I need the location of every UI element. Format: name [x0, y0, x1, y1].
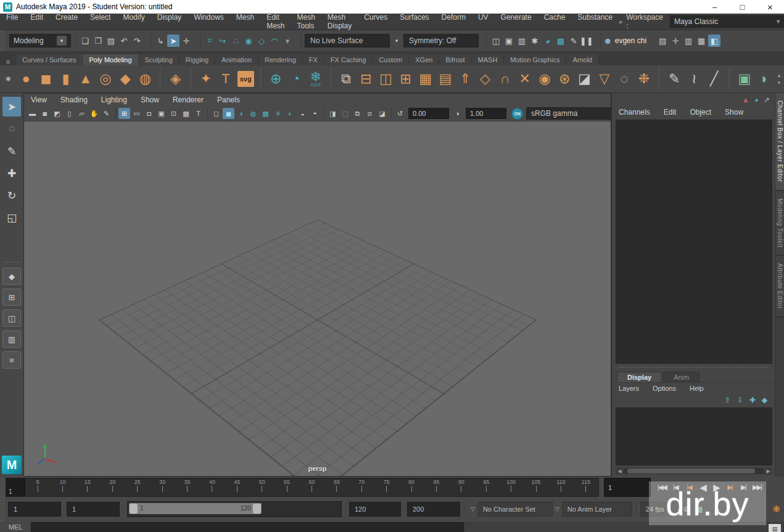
chevron-down-icon[interactable]: ▾: [390, 35, 403, 47]
shelf-tab[interactable]: FX: [303, 54, 324, 65]
save-scene-icon[interactable]: ▤: [105, 35, 117, 47]
smooth-icon[interactable]: ▦: [416, 68, 435, 90]
move-layer-down-icon[interactable]: ⇩: [737, 396, 743, 404]
camera-attributes-icon[interactable]: ◩: [51, 108, 63, 119]
tool-settings-toggle-icon[interactable]: ✛: [669, 35, 682, 47]
panel-menu-item[interactable]: Shading: [54, 96, 94, 104]
layout-persp-outliner-button[interactable]: ▥: [2, 330, 21, 348]
snap-to-curve-icon[interactable]: ↪: [217, 35, 229, 47]
minimize-button[interactable]: –: [701, 0, 728, 14]
channel-box-toggle-icon[interactable]: ▦: [695, 35, 708, 47]
color-management-toggle[interactable]: ON: [511, 108, 523, 120]
channel-box-menu-item[interactable]: Show: [718, 108, 750, 117]
attribute-editor-toggle-icon[interactable]: ▥: [682, 35, 695, 47]
circularize-icon[interactable]: ⊛: [555, 68, 574, 90]
current-time-field[interactable]: 1: [604, 478, 651, 497]
shelf-tab[interactable]: Arnold: [566, 54, 599, 65]
account-area[interactable]: ☻ evgen chi: [600, 33, 649, 48]
snap-to-view-plane-icon[interactable]: ◇: [255, 35, 268, 47]
poly-plane-icon[interactable]: ◆: [115, 68, 135, 90]
move-layer-up-icon[interactable]: ⇧: [725, 396, 731, 404]
type-tool-icon[interactable]: T: [216, 68, 236, 90]
channel-box-list[interactable]: [616, 120, 772, 364]
gate-mask-icon[interactable]: ▣: [155, 108, 167, 119]
render-current-frame-icon[interactable]: ▣: [503, 35, 515, 47]
panel-menu-item[interactable]: Show: [134, 96, 166, 104]
layout-four-pane-button[interactable]: ⊞: [2, 289, 21, 306]
mirror-icon[interactable]: ◫: [376, 68, 395, 90]
animation-end-field[interactable]: 200: [407, 502, 460, 517]
render-settings-icon[interactable]: ✱: [529, 35, 541, 47]
panel-menu-item[interactable]: Lighting: [94, 96, 134, 104]
command-language-dropdown[interactable]: MEL: [0, 521, 31, 531]
platonic-solid-icon[interactable]: ◈: [160, 68, 185, 90]
poly-cylinder-icon[interactable]: ▮: [56, 68, 75, 90]
time-marker-icon[interactable]: ◔: [286, 68, 305, 90]
2d-pan-zoom-icon[interactable]: ✋: [88, 108, 100, 119]
layout-two-pane-button[interactable]: ◫: [2, 309, 21, 327]
smooth-shade-icon[interactable]: ◼: [223, 108, 234, 119]
channel-box-menu-item[interactable]: Edit: [657, 108, 683, 117]
checker-icon[interactable]: ▩: [260, 108, 271, 119]
playback-start-field[interactable]: 1: [67, 502, 120, 517]
chevron-down-icon[interactable]: ▽: [471, 506, 475, 512]
snap-to-grid-icon[interactable]: ⌗: [204, 35, 216, 47]
drag-grip[interactable]: [0, 497, 6, 521]
panel-menu-item[interactable]: Renderer: [166, 96, 210, 104]
menu-item[interactable]: Substance: [571, 13, 619, 30]
subdivide-icon[interactable]: ▤: [435, 68, 455, 90]
anim-layer-dropdown[interactable]: No Anim Layer: [562, 502, 632, 517]
gamma-field[interactable]: 1.00: [466, 108, 506, 119]
create-polygon-pen-icon[interactable]: ✎: [659, 68, 684, 90]
scale-tool[interactable]: ◱: [2, 208, 21, 227]
zero-transform-icon[interactable]: ❄0,0,0: [306, 68, 326, 90]
image-plane-icon[interactable]: ▱: [76, 108, 88, 119]
menu-item[interactable]: Mesh Display: [321, 13, 358, 30]
use-default-material-icon[interactable]: ◍: [247, 108, 259, 119]
menu-item[interactable]: Edit Mesh: [260, 13, 291, 30]
shelf-editor-icon[interactable]: ✱: [0, 75, 16, 83]
modeling-toolkit-toggle-icon[interactable]: ◧: [708, 35, 720, 47]
shelf-tab[interactable]: XGen: [409, 54, 439, 65]
ipr-render-icon[interactable]: ▥: [516, 35, 528, 47]
sculpt-mesh-icon[interactable]: ❉: [634, 68, 654, 90]
motion-blur-icon[interactable]: ◓: [309, 108, 321, 119]
animation-preferences-icon[interactable]: ❋: [772, 504, 780, 515]
menu-item[interactable]: Surfaces: [394, 13, 435, 30]
super-shape-icon[interactable]: ✦: [191, 68, 216, 90]
menu-item[interactable]: Generate: [495, 13, 538, 30]
lighting-icon[interactable]: ✳: [272, 108, 284, 119]
shelf-tab[interactable]: MASH: [472, 54, 505, 65]
field-chart-icon[interactable]: ⊡: [168, 108, 179, 119]
bookmark-icon[interactable]: ▯: [64, 108, 75, 119]
symmetry-field[interactable]: Symmetry: Off: [403, 34, 479, 47]
snap-to-projected-center-icon[interactable]: ◉: [242, 35, 255, 47]
new-empty-layer-icon[interactable]: ✚: [749, 396, 756, 404]
snap-to-point-icon[interactable]: ∴: [229, 35, 242, 47]
layout-single-pane-button[interactable]: ◆: [2, 268, 21, 285]
grease-pencil-icon[interactable]: ✎: [101, 108, 112, 119]
texture-placement-icon[interactable]: ◪: [376, 108, 388, 119]
character-set-dropdown[interactable]: No Character Set: [477, 502, 553, 517]
range-start-handle[interactable]: [130, 504, 138, 514]
range-slider[interactable]: 1 120: [127, 501, 342, 517]
wireframe-on-shaded-icon[interactable]: ⧉: [352, 108, 363, 119]
shelf-tab[interactable]: Motion Graphics: [504, 54, 566, 65]
scroll-right-icon[interactable]: ▶: [764, 467, 772, 475]
script-editor-icon[interactable]: ▤: [769, 524, 781, 532]
lock-camera-icon[interactable]: ◙: [39, 108, 51, 119]
poly-sphere-icon[interactable]: ●: [16, 68, 36, 90]
shelf-tab[interactable]: Custom: [373, 54, 409, 65]
menu-item[interactable]: Modify: [117, 13, 151, 30]
rotate-tool[interactable]: ↻: [2, 186, 21, 205]
layer-editor-tab[interactable]: Anim: [663, 372, 699, 382]
paint-effects-icon[interactable]: ✎: [567, 35, 580, 47]
lasso-select-tool[interactable]: ◌: [2, 119, 21, 139]
menu-item[interactable]: File: [0, 13, 24, 30]
select-component-icon[interactable]: ✛: [180, 35, 192, 47]
menu-item[interactable]: Windows: [188, 13, 230, 30]
current-frame-marker[interactable]: 1: [6, 478, 25, 496]
multi-cut-icon[interactable]: ✕: [515, 68, 535, 90]
edit-edge-flow-icon[interactable]: ≀: [684, 68, 704, 90]
menu-item[interactable]: Curves: [358, 13, 394, 30]
